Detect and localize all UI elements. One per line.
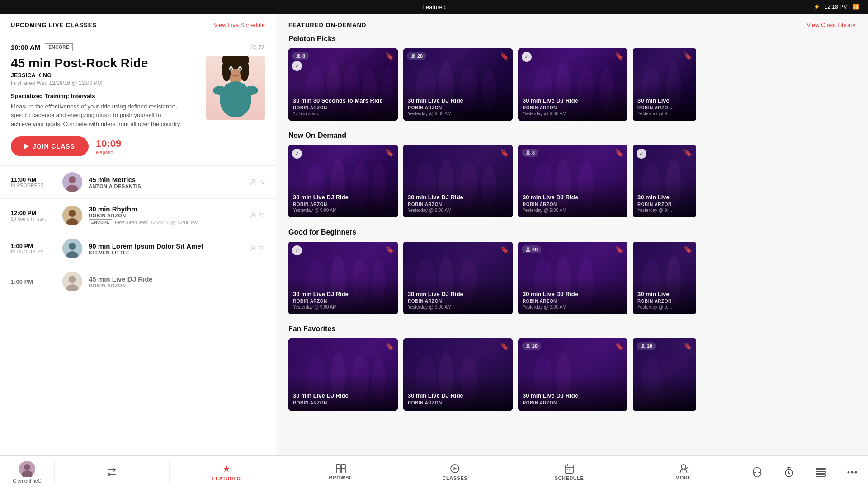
schedule-instructor: ROBIN ARZON [89,283,265,288]
schedule-time-col: 1:00 PM [11,278,56,285]
card-time: Yesterday @ 9:00 AM [408,111,508,116]
nav-user-avatar [19,461,35,477]
card-bookmark-icon[interactable]: 🔖 [684,149,693,157]
svg-point-22 [252,213,255,216]
view-live-schedule-link[interactable]: View Live Schedule [214,22,265,28]
nav-classes[interactable]: CLASSES [398,456,512,488]
svg-point-24 [69,243,76,250]
schedule-time-col: 11:00 AM IN PROGRESS [11,176,56,188]
card-time: Yesterday @ 9:00 AM [408,208,508,213]
class-card[interactable]: ✓ 🔖 30 min Live DJ Ride ROBIN ARZON Yest… [288,145,398,217]
nav-more[interactable]: MORE [626,456,741,488]
nav-sync[interactable] [741,456,773,488]
schedule-class-info: 90 min Lorem Ipsum Dolor Sit Amet STEVEN… [89,242,244,255]
check-badge: ✓ [292,245,302,255]
class-card[interactable]: 28 🔖 30 min Live DJ Ride ROBIN ARZON [518,338,627,411]
svg-point-65 [527,150,529,153]
schedule-time-col: 12:00 PM 10 hours till start [11,210,56,221]
schedule-item[interactable]: 1:00 PM 45 min Live DJ Ride ROBIN ARZON [0,265,276,298]
class-card[interactable]: 🔖 30 min Live ROBIN ARZON Yesterday @ 9:… [633,242,696,314]
class-card[interactable]: 8 ✓ 🔖 30 min 30 Seconds to Mars Ride ROB… [288,48,398,121]
nav-user[interactable]: ClementineC [0,456,54,488]
featured-class-time: 10:00 AM ENCORE [11,43,73,51]
more-icon [679,464,689,473]
encore-badge: ENCORE [45,43,73,51]
card-bookmark-icon[interactable]: 🔖 [500,245,509,254]
card-time: Yesterday @ 9:00 AM [293,305,393,310]
card-bookmark-icon[interactable]: 🔖 [500,149,509,157]
card-bookmark-icon[interactable]: 🔖 [615,52,624,61]
svg-point-98 [527,344,529,347]
svg-point-119 [848,471,850,473]
class-card[interactable]: 28 🔖 30 min Live DJ Ride ROBIN ARZON Yes… [403,48,513,121]
card-instructor: ROBIN ARZON [523,400,623,405]
class-card[interactable]: 8 🔖 30 min Live DJ Ride ROBIN ARZON Yest… [518,145,627,217]
schedule-riders: 72 [250,212,265,219]
nav-featured[interactable]: ★ FEATURED [170,456,284,488]
class-card[interactable]: 🔖 30 min Live DJ Ride ROBIN ARZON [403,338,513,411]
check-badge: ✓ [637,149,646,159]
person-icon [410,53,416,59]
card-bookmark-icon[interactable]: 🔖 [615,245,624,254]
right-nav-tools [741,456,868,488]
elapsed-clock: 10:09 [96,138,121,150]
nav-featured-label: FEATURED [212,476,241,481]
schedule-avatar [62,172,82,192]
view-class-library-link[interactable]: View Class Library [807,22,855,28]
card-class-name: 30 min Live DJ Ride [293,291,393,298]
nav-switch[interactable] [55,456,169,488]
class-card[interactable]: 🔖 30 min Live DJ Ride ROBIN ARZON Yester… [403,145,513,217]
schedule-item[interactable]: 11:00 AM IN PROGRESS 45 min Metrics ANTO… [0,166,276,199]
svg-rect-105 [336,465,340,469]
nav-schedule[interactable]: SCHEDULE [512,456,627,488]
nav-list[interactable] [805,456,836,488]
svg-point-114 [681,465,686,469]
class-card[interactable]: 🔖 30 min Live DJ Ride ROBIN ARZON Yester… [403,242,513,314]
nav-timer[interactable] [773,456,805,488]
avatar-img [62,239,82,258]
fan-favorites-cards: 🔖 30 min Live DJ Ride ROBIN ARZON 🔖 30 m… [288,338,855,411]
class-card[interactable]: ✓ 🔖 30 min Live ROBIN ARZON Yesterday @ … [633,145,696,217]
schedule-time: 11:00 AM [11,176,56,183]
card-bookmark-icon[interactable]: 🔖 [500,342,509,351]
card-instructor: ROBIN ARZON [523,299,623,304]
avatar-img [62,206,82,225]
card-bookmark-icon[interactable]: 🔖 [385,52,394,61]
svg-point-28 [69,276,76,283]
card-bookmark-icon[interactable]: 🔖 [684,245,693,254]
avatar-img [62,272,82,291]
schedule-item[interactable]: 1:00 PM IN PROGRESS 90 min Lorem Ipsum D… [0,232,276,265]
schedule-riders: 72 [250,245,265,252]
card-bookmark-icon[interactable]: 🔖 [385,149,394,157]
card-bookmark-icon[interactable]: 🔖 [615,342,624,351]
nav-browse[interactable]: BROWSE [283,456,398,488]
class-card[interactable]: 🔖 30 min Live DJ Ride ROBIN ARZON [288,338,398,411]
card-bookmark-icon[interactable]: 🔖 [615,149,624,157]
card-bookmark-icon[interactable]: 🔖 [500,52,509,61]
card-bookmark-icon[interactable]: 🔖 [385,342,394,351]
class-card[interactable]: 🔖 30 min Live ROBIN ARZO... Yesterday @ … [633,48,696,121]
class-card[interactable]: 28 🔖 30 min Live DJ Ride ROBIN ARZON Yes… [518,242,627,314]
card-bookmark-icon[interactable]: 🔖 [684,342,693,351]
schedule-item[interactable]: 12:00 PM 10 hours till start 30 min Rhyt… [0,199,276,232]
card-time: Yesterday @ 9:00 AM [523,208,623,213]
person-badge: 28 [522,245,541,253]
class-card[interactable]: ✓ 🔖 30 min Live DJ Ride ROBIN ARZON Yest… [518,48,627,121]
nav-options[interactable] [836,456,868,488]
class-card[interactable]: 28 🔖 [633,338,696,411]
card-content: 30 min Live ROBIN ARZO... Yesterday @ 9:… [633,93,696,121]
schedule-time: 1:00 PM [11,278,56,285]
join-class-button[interactable]: JOIN CLASS [11,136,89,156]
card-bookmark-icon[interactable]: 🔖 [385,245,394,254]
schedule-instructor: ANTONIA DESANTIS [89,183,244,189]
card-content: 30 min Live DJ Ride ROBIN ARZON [403,388,513,411]
nav-browse-label: BROWSE [329,475,353,480]
card-instructor: ROBIN ARZON [293,299,393,304]
class-card[interactable]: ✓ 🔖 30 min Live DJ Ride ROBIN ARZON Yest… [288,242,398,314]
svg-point-26 [252,246,255,249]
card-person-badge: 8 [522,149,538,157]
card-time: Yesterday @ 9:00 AM [523,111,623,116]
peloton-picks-title: Peloton Picks [288,35,855,43]
card-check-badge: ✓ [292,149,302,159]
card-bookmark-icon[interactable]: 🔖 [684,52,693,61]
